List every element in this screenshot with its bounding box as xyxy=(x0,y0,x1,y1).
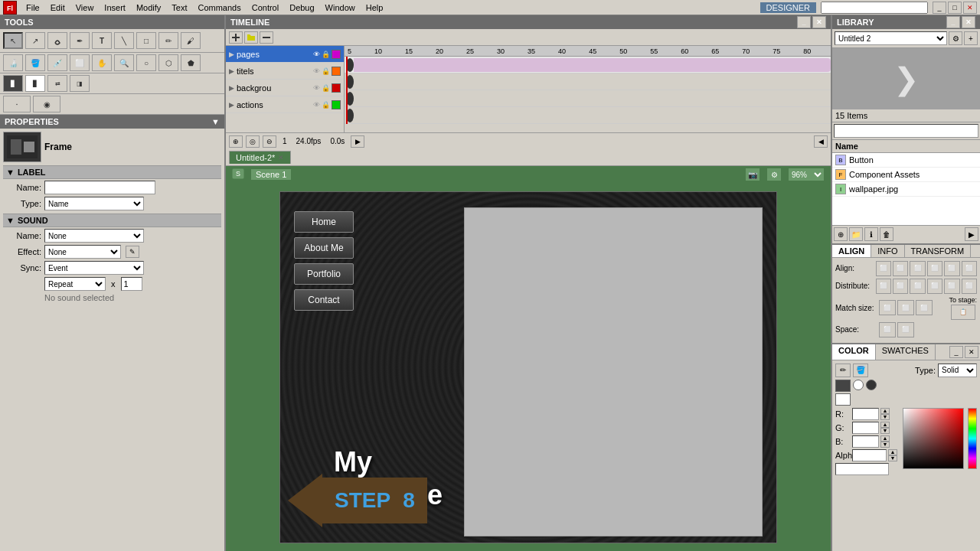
tool-text[interactable]: T xyxy=(92,32,112,49)
space-v-btn[interactable]: ⬜ xyxy=(897,322,914,337)
menu-file[interactable]: File xyxy=(21,2,44,14)
align-left-btn[interactable]: ⬜ xyxy=(876,261,891,276)
nav-portfolio[interactable]: Portfolio xyxy=(294,263,354,285)
tool-arrow[interactable]: ↖ xyxy=(3,32,23,49)
to-stage-btn[interactable]: 📋 xyxy=(951,305,975,320)
tool-eyedropper[interactable]: 💉 xyxy=(47,54,67,71)
layer-titels[interactable]: ▶ titels 👁 🔒 xyxy=(226,63,344,80)
tool-lasso[interactable] xyxy=(47,32,67,49)
menu-modify[interactable]: Modify xyxy=(132,2,165,14)
library-options-btn[interactable]: ⚙ xyxy=(949,31,962,45)
sync-select[interactable]: Event Start Stop Stream xyxy=(44,261,144,275)
actions-lock-icon[interactable]: 🔒 xyxy=(322,101,330,109)
tool-pen[interactable]: ✒ xyxy=(70,32,90,49)
sound-section[interactable]: ▼ SOUND xyxy=(3,214,221,227)
b-up[interactable]: ▲ xyxy=(880,435,890,442)
lib-properties[interactable]: ℹ xyxy=(864,227,878,241)
g-down[interactable]: ▼ xyxy=(880,428,890,434)
hex-input[interactable]: #FFFFFF xyxy=(835,463,889,475)
stage-settings-btn[interactable]: ⚙ xyxy=(766,168,782,181)
lib-scroll-right[interactable]: ▶ xyxy=(965,227,978,241)
delete-layer-btn[interactable] xyxy=(260,31,273,44)
repeat-count-input[interactable] xyxy=(121,277,142,291)
sound-name-select[interactable]: None xyxy=(44,229,144,243)
tool-brush[interactable]: 🖌 xyxy=(181,32,201,49)
tl-scroll-left[interactable]: ◀ xyxy=(814,135,828,148)
r-up[interactable]: ▲ xyxy=(880,408,890,414)
library-file-select[interactable]: Untitled 2 xyxy=(835,31,947,45)
tool-eraser[interactable]: ⬜ xyxy=(70,54,90,71)
g-input[interactable]: 255 xyxy=(852,422,879,434)
scene-label[interactable]: Scene 1 xyxy=(250,168,292,181)
color-close[interactable]: ✕ xyxy=(965,346,978,358)
match-wh-btn[interactable]: ⬜ xyxy=(916,300,933,315)
dist-cv-btn[interactable]: ⬜ xyxy=(944,279,959,294)
effect-edit-btn[interactable]: ✎ xyxy=(126,246,139,258)
label-section[interactable]: ▼ LABEL xyxy=(3,165,221,179)
tl-add-keyframe[interactable]: ⊕ xyxy=(229,135,243,148)
color-minimize[interactable]: _ xyxy=(949,346,963,358)
r-down[interactable]: ▼ xyxy=(880,414,890,420)
align-top-btn[interactable]: ⬜ xyxy=(927,261,942,276)
layer-eye-icon[interactable]: 👁 xyxy=(313,51,320,58)
no-fill-btn[interactable] xyxy=(853,380,864,390)
name-input[interactable] xyxy=(44,181,155,194)
tool-default-colors[interactable]: ◨ xyxy=(70,75,90,92)
timeline-close[interactable]: ✕ xyxy=(812,16,826,28)
tool-paintbucket[interactable]: 🪣 xyxy=(25,54,45,71)
hue-slider[interactable] xyxy=(968,408,977,469)
tl-remove-frame[interactable]: ⊖ xyxy=(263,135,276,148)
alpha-down[interactable]: ▼ xyxy=(888,455,897,461)
match-w-btn[interactable]: ⬜ xyxy=(879,300,896,315)
dist-left-btn[interactable]: ⬜ xyxy=(876,279,891,294)
r-input[interactable]: 255 xyxy=(852,408,879,420)
tool-inkbottle[interactable]: 🍶 xyxy=(3,54,23,71)
tab-color[interactable]: COLOR xyxy=(832,344,876,360)
g-up[interactable]: ▲ xyxy=(880,422,890,428)
type-select[interactable]: Name Anchor Comment xyxy=(44,197,144,210)
lib-delete[interactable]: 🗑 xyxy=(880,227,893,241)
tool-line[interactable]: ╲ xyxy=(114,32,134,49)
tool-zoom[interactable]: 🔍 xyxy=(114,54,134,71)
bg-lock-icon[interactable]: 🔒 xyxy=(322,84,330,92)
tab-align[interactable]: ALIGN xyxy=(832,245,871,257)
props-expand-icon[interactable]: ▼ xyxy=(211,117,220,126)
stroke-swatch[interactable] xyxy=(835,380,851,392)
menu-insert[interactable]: Insert xyxy=(100,2,130,14)
align-right-btn[interactable]: ⬜ xyxy=(910,261,925,276)
tool-pencil[interactable]: ✏ xyxy=(158,32,178,49)
library-close[interactable]: ✕ xyxy=(962,16,975,28)
menu-edit[interactable]: Edit xyxy=(46,2,70,14)
alpha-input[interactable]: 52% xyxy=(852,449,887,461)
add-layer-btn[interactable] xyxy=(229,31,243,44)
dist-ch-btn[interactable]: ⬜ xyxy=(893,279,908,294)
tool-snap[interactable]: ⬝ xyxy=(3,96,31,112)
tool-fill[interactable]: ▊ xyxy=(25,75,45,92)
tool-stroke[interactable]: ▊ xyxy=(3,75,23,92)
menu-help[interactable]: Help xyxy=(361,2,388,14)
layer-background[interactable]: ▶ backgrou 👁 🔒 xyxy=(226,80,344,96)
nav-contact[interactable]: Contact xyxy=(294,289,354,311)
color-gradient-canvas[interactable] xyxy=(903,408,964,469)
tool-poly[interactable]: ⬡ xyxy=(158,54,178,71)
library-new-btn[interactable]: + xyxy=(964,31,978,45)
align-bottom-btn[interactable]: ⬜ xyxy=(962,261,977,276)
alpha-up[interactable]: ▲ xyxy=(888,449,897,455)
dist-bottom-btn[interactable]: ⬜ xyxy=(962,279,977,294)
lib-item-components[interactable]: F Component Assets xyxy=(832,168,980,182)
dist-top-btn[interactable]: ⬜ xyxy=(927,279,942,294)
color-type-select[interactable]: Solid Linear Radial xyxy=(938,364,977,377)
b-down[interactable]: ▼ xyxy=(880,442,890,448)
dist-right-btn[interactable]: ⬜ xyxy=(910,279,925,294)
tool-smooth[interactable]: ◉ xyxy=(33,96,60,112)
zoom-select[interactable]: 96% 100% 50% 25% xyxy=(788,168,825,181)
layer-lock-icon[interactable]: 🔒 xyxy=(322,51,330,58)
tl-play[interactable]: ▶ xyxy=(351,135,364,148)
menu-control[interactable]: Control xyxy=(247,2,283,14)
b-input[interactable]: 255 xyxy=(852,435,879,448)
tab-close-btn[interactable]: ✕ xyxy=(278,154,284,161)
lib-item-wallpaper[interactable]: I wallpaper.jpg xyxy=(832,182,980,197)
no-stroke-btn[interactable] xyxy=(866,380,877,390)
repeat-select[interactable]: Repeat Loop xyxy=(44,277,106,291)
playhead[interactable] xyxy=(346,57,348,124)
